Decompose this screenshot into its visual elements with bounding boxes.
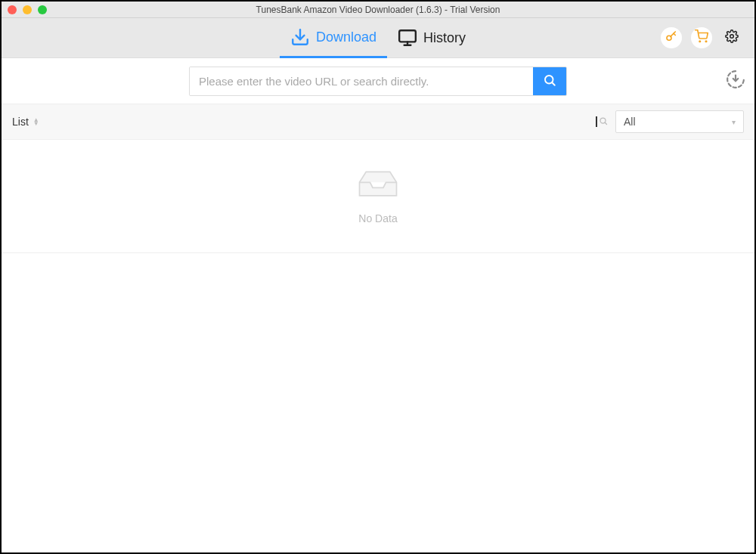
svg-point-3 — [705, 41, 707, 42]
header-bar: Download History — [2, 18, 754, 58]
tab-history[interactable]: History — [387, 18, 476, 57]
sort-icon: ▲▼ — [33, 118, 39, 125]
monitor-icon — [398, 28, 417, 48]
chevron-down-icon: ▾ — [732, 118, 736, 126]
register-button[interactable] — [661, 27, 682, 48]
search-row — [2, 58, 754, 104]
tab-download-label: Download — [316, 29, 376, 45]
tab-download[interactable]: Download — [280, 19, 387, 58]
search-box — [189, 67, 567, 96]
maximize-window-button[interactable] — [38, 5, 47, 14]
tab-history-label: History — [423, 30, 466, 46]
svg-point-4 — [730, 35, 734, 39]
close-window-button[interactable] — [8, 5, 17, 14]
gear-icon — [725, 29, 739, 46]
minimize-window-button[interactable] — [23, 5, 32, 14]
filter-select[interactable]: All ▾ — [615, 110, 744, 133]
search-input[interactable] — [190, 67, 533, 95]
list-search-button[interactable] — [596, 116, 608, 128]
window-controls — [2, 5, 47, 14]
purchase-button[interactable] — [691, 27, 712, 48]
settings-button[interactable] — [721, 27, 742, 48]
svg-rect-0 — [399, 30, 416, 42]
list-label: List — [12, 116, 29, 128]
titlebar: TunesBank Amazon Video Downloader (1.6.3… — [2, 2, 754, 18]
download-progress-icon — [726, 79, 745, 91]
download-icon — [290, 27, 310, 47]
text-cursor-icon — [596, 116, 597, 127]
search-button[interactable] — [533, 67, 566, 95]
downloads-indicator[interactable] — [726, 70, 745, 92]
cart-icon — [695, 29, 708, 46]
filter-selected-value: All — [624, 116, 636, 128]
key-icon — [665, 29, 678, 46]
svg-point-2 — [699, 41, 701, 42]
search-icon — [599, 115, 608, 128]
window-title: TunesBank Amazon Video Downloader (1.6.3… — [2, 5, 754, 15]
list-filters: All ▾ — [596, 110, 744, 133]
empty-message: No Data — [358, 212, 397, 224]
inbox-icon — [357, 169, 399, 202]
list-toolbar: List ▲▼ All ▾ — [2, 104, 754, 140]
header-actions — [661, 27, 742, 48]
main-tabs: Download History — [280, 18, 476, 57]
empty-state: No Data — [2, 140, 754, 253]
search-icon — [543, 73, 556, 89]
list-sort[interactable]: List ▲▼ — [12, 116, 39, 128]
